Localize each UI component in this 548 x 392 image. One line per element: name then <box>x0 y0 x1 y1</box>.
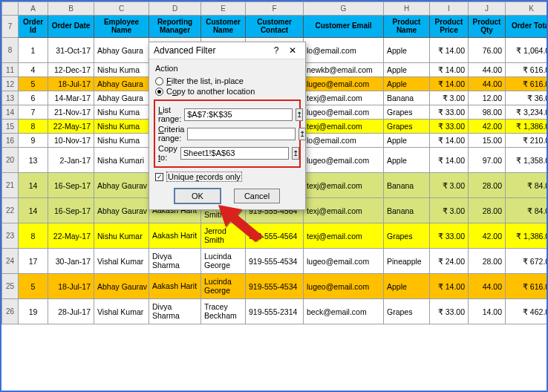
cell[interactable]: 18-Jul-17 <box>48 274 94 299</box>
cell[interactable]: Apple <box>384 77 430 91</box>
col-letter[interactable]: H <box>384 2 430 16</box>
cell[interactable]: lugeo@email.com <box>304 77 384 91</box>
cell[interactable]: ₹ 24.00 <box>430 249 469 274</box>
header-cell[interactable]: Customer Contact <box>246 16 304 38</box>
cell[interactable]: Grapes <box>384 299 430 324</box>
cell[interactable]: 97.00 <box>469 148 506 173</box>
row-number[interactable]: 25 <box>2 274 19 299</box>
cell[interactable]: Grapes <box>384 223 430 249</box>
cell[interactable]: ₹ 462.00 <box>506 299 549 324</box>
cell[interactable]: 14.00 <box>469 299 506 324</box>
cell[interactable]: ₹ 33.00 <box>430 223 469 249</box>
cell[interactable]: 44.00 <box>469 63 506 77</box>
cell[interactable]: ₹ 3.00 <box>430 173 469 198</box>
cell[interactable]: 1 <box>19 38 48 63</box>
cell[interactable]: Apple <box>384 148 430 173</box>
cell[interactable]: ₹ 3.00 <box>430 91 469 105</box>
cell[interactable]: 919-555-4534 <box>246 249 304 274</box>
row-number[interactable]: 11 <box>2 63 19 77</box>
cell[interactable]: 8 <box>19 120 48 134</box>
cell[interactable]: 7 <box>19 105 48 120</box>
row-number[interactable]: 8 <box>2 38 19 63</box>
cell[interactable]: 13 <box>19 148 48 173</box>
row-number[interactable]: 23 <box>2 223 19 249</box>
cell[interactable]: Tracey Beckham <box>201 299 246 324</box>
cell[interactable]: Nisha Kumari <box>94 148 149 173</box>
cell[interactable]: Apple <box>384 134 430 148</box>
ok-button[interactable]: OK <box>174 189 221 203</box>
row-number[interactable]: 15 <box>2 120 19 134</box>
cell[interactable]: 9 <box>19 134 48 148</box>
col-letter[interactable]: F <box>246 2 304 16</box>
cell[interactable]: newkb@email.com <box>304 63 384 77</box>
cell[interactable]: 22-May-17 <box>48 120 94 134</box>
header-cell[interactable]: Order Id <box>19 16 48 38</box>
cell[interactable]: Abhay Gaura <box>94 77 149 91</box>
range-picker-icon[interactable]: ↥ <box>292 147 299 160</box>
range-picker-icon[interactable]: ↥ <box>296 108 303 121</box>
cell[interactable]: ₹ 616.00 <box>506 63 549 77</box>
cell[interactable]: 919-555-4564 <box>246 223 304 249</box>
cell[interactable]: Banana <box>384 198 430 223</box>
col-letter[interactable]: D <box>149 2 201 16</box>
cell[interactable]: 8 <box>19 223 48 249</box>
cell[interactable]: ₹ 210.00 <box>506 134 549 148</box>
cell[interactable]: Nishu Kuma <box>94 105 149 120</box>
cell[interactable]: texj@email.com <box>304 91 384 105</box>
header-cell[interactable]: Reporting Manager <box>149 16 201 38</box>
cell[interactable]: Lucinda George <box>201 274 246 299</box>
cell[interactable]: 21-Nov-17 <box>48 105 94 120</box>
cell[interactable]: 4 <box>19 63 48 77</box>
radio-filter-inplace[interactable]: Filter the list, in-place <box>155 76 299 86</box>
cell[interactable]: ₹ 616.00 <box>506 274 549 299</box>
cell[interactable]: texj@email.com <box>304 173 384 198</box>
header-cell[interactable]: Employee Name <box>94 16 149 38</box>
cancel-button[interactable]: Cancel <box>234 189 280 203</box>
cell[interactable]: texj@email.com <box>304 198 384 223</box>
criteria-range-input[interactable] <box>187 128 296 140</box>
cell[interactable]: 919-555-2314 <box>246 299 304 324</box>
row-number[interactable]: 22 <box>2 198 19 223</box>
cell[interactable]: lugeo@email.com <box>304 148 384 173</box>
cell[interactable]: ₹ 33.00 <box>430 120 469 134</box>
cell[interactable]: Grapes <box>384 105 430 120</box>
row-number[interactable]: 12 <box>2 77 19 91</box>
cell[interactable]: 28-Jul-17 <box>48 299 94 324</box>
cell[interactable]: ₹ 14.00 <box>430 38 469 63</box>
cell[interactable]: ₹ 616.00 <box>506 77 549 91</box>
cell[interactable]: Lucinda George <box>201 249 246 274</box>
col-letter[interactable]: K <box>506 2 549 16</box>
cell[interactable]: Apple <box>384 274 430 299</box>
cell[interactable]: ₹ 14.00 <box>430 134 469 148</box>
range-picker-icon[interactable]: ↥ <box>299 128 306 140</box>
cell[interactable]: ₹ 1,358.00 <box>506 148 549 173</box>
header-cell[interactable]: Product Name <box>384 16 430 38</box>
row-number[interactable]: 24 <box>2 249 19 274</box>
cell[interactable]: Divya Sharma <box>149 249 201 274</box>
cell[interactable]: 14-Mar-17 <box>48 91 94 105</box>
cell[interactable]: 12.00 <box>469 91 506 105</box>
cell[interactable]: ₹ 14.00 <box>430 274 469 299</box>
cell[interactable]: Aakash Harit <box>149 223 201 249</box>
cell[interactable]: 30-Jan-17 <box>48 249 94 274</box>
cell[interactable]: 17 <box>19 249 48 274</box>
header-cell[interactable]: Customer Email <box>304 16 384 38</box>
col-letter[interactable]: E <box>201 2 246 16</box>
cell[interactable]: 919-555-4534 <box>246 274 304 299</box>
cell[interactable]: texj@email.com <box>304 120 384 134</box>
cell[interactable]: Grapes <box>384 120 430 134</box>
cell[interactable]: Pineapple <box>384 249 430 274</box>
select-all-corner[interactable] <box>2 2 19 16</box>
cell[interactable]: 28.00 <box>469 198 506 223</box>
cell[interactable]: lugeo@email.com <box>304 105 384 120</box>
cell[interactable]: beck@email.com <box>304 299 384 324</box>
cell[interactable]: 42.00 <box>469 120 506 134</box>
cell[interactable]: Nishu Kuma <box>94 134 149 148</box>
cell[interactable]: 16-Sep-17 <box>48 198 94 223</box>
cell[interactable]: Jerrod Smith <box>201 223 246 249</box>
cell[interactable]: lugeo@email.com <box>304 249 384 274</box>
col-letter[interactable]: J <box>469 2 506 16</box>
cell[interactable]: 28.00 <box>469 249 506 274</box>
cell[interactable]: Apple <box>384 38 430 63</box>
cell[interactable]: 18-Jul-17 <box>48 77 94 91</box>
